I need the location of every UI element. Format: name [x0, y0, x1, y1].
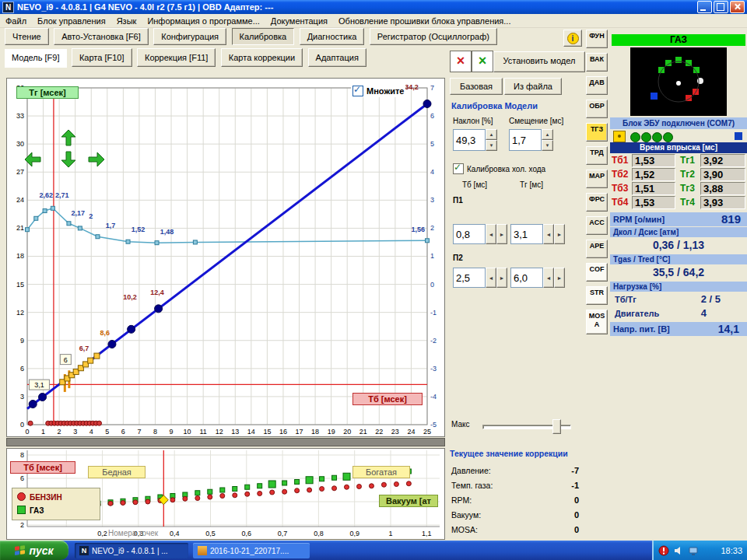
tab-map[interactable]: Карта [F10] [72, 48, 132, 67]
p2-tg-input[interactable]: 6,0 [510, 268, 543, 288]
voltage-value: 14,1 [718, 322, 747, 336]
tab-model[interactable]: Модель [F9] [5, 49, 67, 68]
offset-input[interactable]: 1,7 [509, 129, 542, 151]
from-file-button[interactable]: Из файла [504, 78, 562, 95]
menu-firmware[interactable]: Обновление прошивки блока управления... [333, 16, 516, 26]
voltage-row: Напр. пит. [В] 14,1 [610, 322, 747, 336]
slope-down-button[interactable]: ▼ [486, 140, 497, 151]
tab-auto-setup[interactable]: Авто-Установка [F6] [54, 28, 149, 45]
p2-tg-dec-button[interactable]: ◄ [543, 268, 554, 288]
minimize-button[interactable] [697, 1, 712, 13]
clock[interactable]: 18:33 [721, 546, 742, 555]
correction-row-mosa: MOSA:0 [448, 525, 582, 534]
offset-up-button[interactable]: ▲ [542, 129, 553, 140]
current-correction-panel: Текущее значение коррекции Давление:-7 Т… [448, 447, 585, 541]
p2-tb-input[interactable]: 2,5 [453, 268, 486, 288]
start-button[interactable]: пуск [0, 541, 68, 560]
point-tooltip-text: 3,1 [34, 381, 44, 389]
menu-language[interactable]: Язык [111, 16, 142, 26]
side-button-vak[interactable]: ВАК [586, 53, 608, 72]
window-title: NEVO_i9 - 4.0.8.1 | G4 NEVO - 4.0l r2 (7… [17, 2, 697, 12]
correction-row-gastemp: Темп. газа:-1 [448, 481, 582, 490]
svg-text:18: 18 [16, 252, 24, 260]
side-button-mar[interactable]: МАР [586, 170, 608, 188]
install-model-button[interactable]: Установить модел [493, 51, 585, 72]
move-up-arrow[interactable] [58, 128, 79, 149]
p1-tb-inc-button[interactable]: ► [496, 224, 507, 244]
taskbar-item-nevo[interactable]: N NEVO_i9 - 4.0.8.1 | ... [75, 543, 188, 558]
svg-text:0: 0 [25, 428, 29, 436]
p2-tb-dec-button[interactable]: ◄ [486, 268, 496, 288]
svg-text:12: 12 [216, 428, 223, 436]
svg-text:15: 15 [263, 428, 271, 436]
volume-tray-icon[interactable] [673, 545, 684, 556]
tab-configuration[interactable]: Конфигурация [153, 28, 226, 45]
alert-tray-icon[interactable] [658, 545, 669, 556]
status-led-row [610, 130, 747, 142]
side-button-fun[interactable]: ФУН [586, 30, 608, 48]
fuel-mode-indicator[interactable]: ГАЗ [612, 34, 745, 46]
move-left-arrow[interactable] [23, 150, 43, 170]
apply-model-button[interactable]: × [472, 51, 493, 72]
p1-tg-dec-button[interactable]: ◄ [543, 224, 554, 244]
idle-calibration-checkbox[interactable]: ✓ [453, 163, 464, 174]
multiplier-toggle[interactable]: ✓ Множите [351, 85, 405, 97]
p2-tb-inc-button[interactable]: ► [496, 268, 507, 288]
p2-tg-inc-button[interactable]: ► [554, 268, 565, 288]
slope-input[interactable]: 49,3 [453, 129, 486, 151]
svg-text:25: 25 [423, 428, 431, 436]
p1-tg-input[interactable]: 3,1 [510, 224, 543, 244]
svg-text:4: 4 [430, 168, 434, 176]
svg-text:0,2: 0,2 [97, 530, 107, 537]
p1-tb-dec-button[interactable]: ◄ [486, 224, 496, 244]
svg-text:14: 14 [247, 428, 255, 436]
menu-docs[interactable]: Документация [265, 16, 333, 26]
multiplier-checkbox[interactable]: ✓ [352, 86, 363, 96]
svg-text:8: 8 [20, 451, 24, 459]
svg-text:3: 3 [430, 196, 434, 204]
side-button-mosa[interactable]: MOS A [586, 310, 608, 334]
cylinder-led-4-icon [663, 132, 673, 142]
chart-hscroll[interactable] [6, 438, 445, 446]
max-slider-thumb[interactable] [552, 419, 561, 434]
side-button-dav[interactable]: ДАВ [586, 76, 608, 95]
side-button-trd[interactable]: ТРД [586, 146, 608, 165]
device-tray-icon[interactable] [688, 545, 699, 556]
tab-calibration[interactable]: Калибровка [232, 28, 295, 45]
side-button-cof[interactable]: COF [586, 263, 608, 282]
close-button[interactable] [730, 1, 745, 13]
side-button-str[interactable]: STR [586, 286, 608, 305]
menu-ecu[interactable]: Блок управления [32, 16, 111, 26]
side-button-are[interactable]: АРЕ [586, 240, 608, 258]
slope-up-button[interactable]: ▲ [486, 129, 497, 140]
taskbar-item-file[interactable]: 2016-10-21_220717.... [193, 543, 310, 558]
tab-diagnostics[interactable]: Диагностика [300, 28, 365, 45]
p1-tg-inc-button[interactable]: ► [554, 224, 565, 244]
side-button-frs[interactable]: ФРС [586, 193, 608, 212]
legend-petrol: БЕНЗИН [17, 491, 95, 504]
tab-reading[interactable]: Чтение [5, 28, 49, 45]
p1-row: 0,8 ◄ ► 3,1 ◄ ► [453, 224, 565, 244]
p1-tb-input[interactable]: 0,8 [453, 224, 486, 244]
svg-text:8,6: 8,6 [100, 329, 110, 337]
side-button-ass[interactable]: АСС [586, 216, 608, 235]
base-model-button[interactable]: Базовая [450, 78, 503, 95]
menu-file[interactable]: Файл [0, 16, 32, 26]
multiplier-labels: 2,622,712,1721,71,521,481,56 [39, 191, 425, 236]
side-button-obr[interactable]: ОБР [586, 100, 608, 118]
tab-correction[interactable]: Коррекция [F11] [137, 48, 216, 67]
info-button[interactable]: i [563, 30, 582, 47]
correction-chart-panel: 86420,20,30,40,50,60,70,80,911,1 Тб [мсе… [6, 448, 445, 540]
menu-about[interactable]: Информация о программе... [142, 16, 265, 26]
tab-adaptation[interactable]: Адаптация [308, 48, 366, 67]
maximize-button[interactable] [714, 1, 728, 13]
cancel-model-button[interactable]: × [450, 51, 472, 72]
multiplier-markers [26, 206, 430, 244]
tab-recorder[interactable]: Регистратор (Осциллограф) [370, 28, 497, 45]
move-right-arrow[interactable] [86, 150, 107, 170]
svg-text:15: 15 [16, 281, 24, 289]
side-button-tgz[interactable]: ТГЗ [586, 123, 608, 142]
move-down-arrow[interactable] [58, 150, 79, 170]
offset-down-button[interactable]: ▼ [542, 140, 553, 151]
tab-correction-map[interactable]: Карта коррекции [221, 48, 303, 67]
